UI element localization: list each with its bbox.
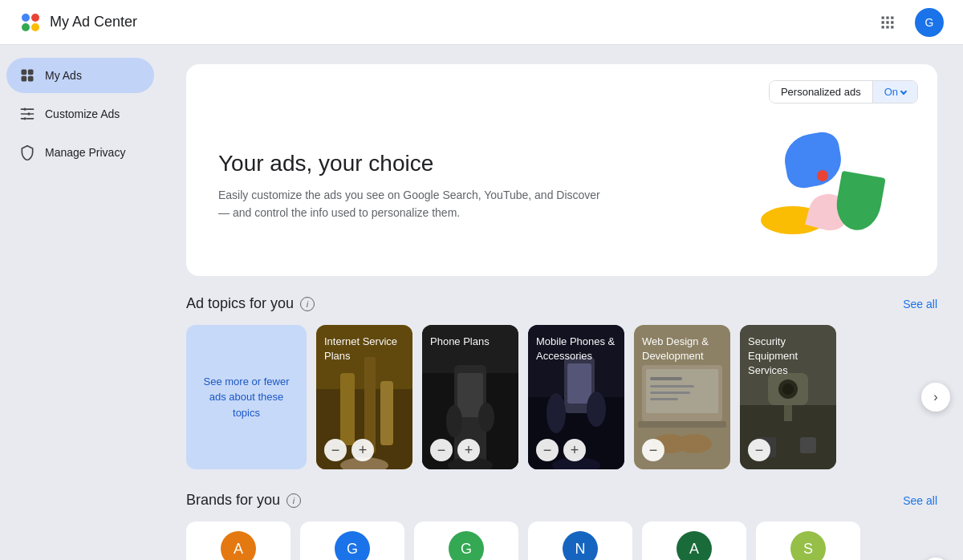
webdesign-card-title: Web Design & Development (642, 335, 722, 363)
amazon-logo: A (221, 531, 256, 560)
topics-info-icon[interactable]: i (300, 297, 315, 311)
brand-card-google-store[interactable]: G Google Store − + (414, 521, 518, 560)
topic-card-internet-service[interactable]: Internet Service Plans − + (316, 325, 412, 469)
svg-rect-6 (22, 76, 27, 82)
internet-minus-button[interactable]: − (324, 439, 347, 461)
shapes-container (753, 126, 897, 246)
phone-plus-button[interactable]: + (457, 439, 480, 461)
google-fiber-logo: G (335, 531, 370, 560)
topics-placeholder-card: See more or fewer ads about these topics (186, 325, 307, 469)
brands-title-text: Brands for you (186, 492, 280, 509)
security-card-controls: − (748, 439, 828, 461)
svg-point-8 (23, 108, 26, 111)
sidebar: My Ads Customize Ads Manage Privacy (0, 45, 160, 560)
blue-blob-shape (781, 129, 845, 190)
mobile-plus-button[interactable]: + (563, 439, 586, 461)
personalized-ads-status: On (884, 86, 898, 98)
att-logo: A (677, 531, 712, 560)
hero-title: Your ads, your choice (218, 151, 603, 177)
brands-carousel-next-button[interactable]: › (921, 558, 950, 561)
shopify-logo: S (790, 531, 826, 560)
mobile-card-title: Mobile Phones & Accessories (536, 335, 616, 363)
hero-section: Personalized ads On Your ads, your choic… (186, 64, 937, 276)
mobile-minus-button[interactable]: − (536, 439, 559, 461)
personalized-ads-toggle[interactable]: Personalized ads On (769, 80, 918, 103)
main-layout: My Ads Customize Ads Manage Privacy (0, 45, 963, 560)
main-content: Personalized ads On Your ads, your choic… (160, 45, 963, 560)
webdesign-minus-button[interactable]: − (642, 439, 664, 461)
brand-card-shopify[interactable]: S Shopify − (756, 521, 860, 560)
manage-privacy-icon (19, 144, 35, 160)
hero-illustration (745, 122, 905, 250)
brands-see-all-link[interactable]: See all (903, 494, 937, 507)
brand-card-netapp[interactable]: N NetApp − + (528, 521, 632, 560)
grid-icon[interactable] (873, 8, 902, 37)
brands-section-header: Brands for you i See all (186, 492, 937, 509)
customize-ads-icon (19, 106, 35, 122)
security-minus-button[interactable]: − (748, 439, 770, 461)
personalized-ads-on-button[interactable]: On (872, 81, 917, 103)
brands-info-icon[interactable]: i (286, 493, 301, 508)
topbar-right: G (873, 8, 944, 37)
my-ads-icon (19, 67, 35, 83)
svg-rect-5 (28, 70, 34, 75)
internet-plus-button[interactable]: + (351, 439, 374, 461)
sidebar-item-customize-ads[interactable]: Customize Ads (6, 96, 154, 132)
red-dot-shape (817, 170, 828, 181)
svg-rect-7 (28, 76, 34, 82)
brand-card-att[interactable]: A AT&T − + (642, 521, 746, 560)
sidebar-item-manage-privacy-label: Manage Privacy (45, 146, 125, 159)
netapp-logo: N (563, 531, 598, 560)
google-store-logo: G (449, 531, 484, 560)
sidebar-item-my-ads-label: My Ads (45, 69, 82, 82)
topic-card-mobile-phones[interactable]: Mobile Phones & Accessories − + (528, 325, 624, 469)
topics-section-header: Ad topics for you i See all (186, 295, 937, 312)
topbar: My Ad Center G (0, 0, 963, 45)
topics-carousel-next-button[interactable]: › (921, 383, 950, 412)
svg-point-3 (31, 23, 39, 31)
brands-section-title: Brands for you i (186, 492, 301, 509)
internet-card-controls: − + (324, 439, 404, 461)
topic-card-web-design[interactable]: Web Design & Development − (634, 325, 730, 469)
brands-section: Brands for you i See all A Amazon.com − … (186, 492, 937, 560)
brand-card-amazon[interactable]: A Amazon.com − + (186, 521, 291, 560)
phone-card-controls: − + (430, 439, 510, 461)
topics-row: See more or fewer ads about these topics (186, 325, 937, 469)
svg-point-1 (31, 14, 39, 22)
svg-point-10 (23, 117, 26, 120)
mobile-card-controls: − + (536, 439, 616, 461)
sidebar-item-manage-privacy[interactable]: Manage Privacy (6, 135, 154, 170)
topic-card-phone-plans[interactable]: Phone Plans − + (422, 325, 518, 469)
sidebar-item-customize-ads-label: Customize Ads (45, 108, 120, 120)
svg-rect-4 (22, 70, 27, 75)
topbar-left: My Ad Center (19, 11, 137, 34)
personalized-ads-label: Personalized ads (770, 81, 872, 103)
ad-topics-section: Ad topics for you i See all See more or … (186, 295, 937, 469)
topics-section-title: Ad topics for you i (186, 295, 315, 312)
svg-point-9 (27, 112, 30, 115)
topics-see-all-link[interactable]: See all (903, 298, 937, 310)
svg-point-0 (22, 14, 30, 22)
phone-minus-button[interactable]: − (430, 439, 453, 461)
app-title: My Ad Center (50, 14, 137, 30)
hero-subtitle: Easily customize the ads you see on Goog… (218, 186, 603, 222)
topics-placeholder-text: See more or fewer ads about these topics (199, 374, 294, 421)
topics-title-text: Ad topics for you (186, 295, 294, 312)
phone-card-title: Phone Plans (430, 335, 510, 349)
brand-card-google-fiber[interactable]: G Google Fiber − + (300, 521, 404, 560)
internet-card-title: Internet Service Plans (324, 335, 404, 363)
topic-card-security[interactable]: Security Equipment Services − (740, 325, 836, 469)
chevron-down-icon (900, 87, 907, 94)
security-card-title: Security Equipment Services (748, 335, 828, 379)
avatar[interactable]: G (915, 8, 944, 37)
brands-row: A Amazon.com − + G Google Fiber − + (186, 521, 937, 560)
svg-point-2 (22, 23, 30, 31)
webdesign-card-controls: − (642, 439, 722, 461)
hero-text: Your ads, your choice Easily customize t… (218, 119, 603, 222)
google-logo-icon (19, 11, 42, 34)
sidebar-item-my-ads[interactable]: My Ads (6, 58, 154, 93)
